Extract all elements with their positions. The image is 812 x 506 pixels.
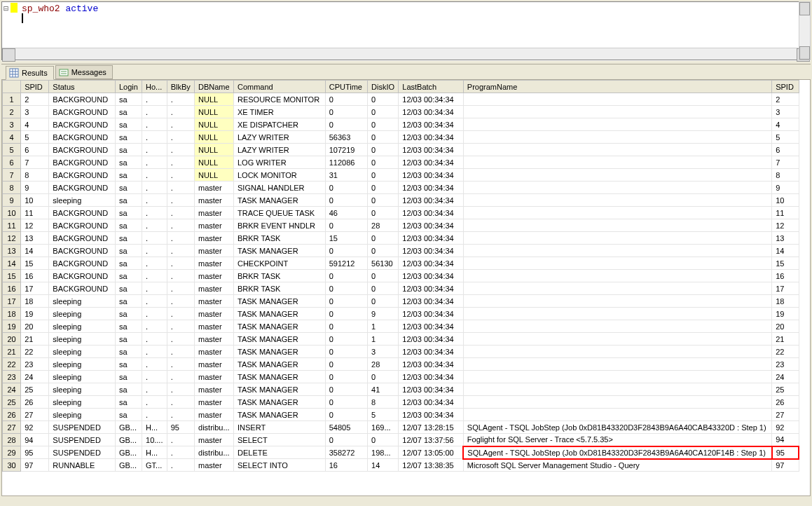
cell-lastbatch[interactable]: 12/03 00:34:34 bbox=[399, 106, 464, 118]
cell-hostname[interactable]: . bbox=[142, 245, 167, 257]
cell-blkby[interactable]: . bbox=[167, 358, 194, 371]
cell-dbname[interactable]: master bbox=[195, 219, 234, 232]
cell-login[interactable]: sa bbox=[115, 245, 142, 257]
cell-status[interactable]: BACKGROUND bbox=[49, 106, 116, 118]
cell-command[interactable]: SELECT INTO bbox=[233, 459, 325, 472]
cell-spid2[interactable]: 92 bbox=[772, 421, 799, 434]
cell-blkby[interactable]: . bbox=[167, 257, 194, 270]
cell-diskio[interactable]: 0 bbox=[368, 282, 399, 295]
cell-lastbatch[interactable]: 12/03 00:34:34 bbox=[399, 219, 464, 232]
cell-dbname[interactable]: master bbox=[195, 346, 234, 358]
cell-dbname[interactable]: master bbox=[195, 358, 234, 371]
cell-cputime[interactable]: 0 bbox=[325, 308, 367, 320]
cell-cputime[interactable]: 0 bbox=[325, 295, 367, 308]
cell-cputime[interactable]: 0 bbox=[325, 358, 367, 371]
cell-lastbatch[interactable]: 12/03 00:34:34 bbox=[399, 282, 464, 295]
cell-spid2[interactable]: 23 bbox=[772, 358, 799, 371]
cell-spid[interactable]: 15 bbox=[21, 257, 49, 270]
table-row[interactable]: 1314BACKGROUNDsa..masterTASK MANAGER0012… bbox=[3, 245, 799, 257]
cell-login[interactable]: sa bbox=[115, 270, 142, 282]
cell-dbname[interactable]: distribu... bbox=[195, 421, 234, 434]
table-row[interactable]: 2627sleepingsa..masterTASK MANAGER0512/0… bbox=[3, 409, 799, 421]
cell-dbname[interactable]: master bbox=[195, 383, 234, 396]
cell-lastbatch[interactable]: 12/03 00:34:34 bbox=[399, 358, 464, 371]
cell-status[interactable]: BACKGROUND bbox=[49, 270, 116, 282]
cell-cputime[interactable]: 0 bbox=[325, 333, 367, 346]
cell-blkby[interactable]: . bbox=[167, 182, 194, 194]
cell-status[interactable]: BACKGROUND bbox=[49, 156, 116, 169]
cell-lastbatch[interactable]: 12/03 00:34:34 bbox=[399, 308, 464, 320]
cell-dbname[interactable]: NULL bbox=[195, 169, 234, 182]
cell-hostname[interactable]: . bbox=[142, 346, 167, 358]
row-number[interactable]: 11 bbox=[3, 219, 21, 232]
cell-status[interactable]: SUSPENDED bbox=[49, 446, 116, 459]
row-number[interactable]: 24 bbox=[3, 383, 21, 396]
cell-status[interactable]: BACKGROUND bbox=[49, 245, 116, 257]
cell-hostname[interactable]: . bbox=[142, 383, 167, 396]
cell-command[interactable]: RESOURCE MONITOR bbox=[233, 93, 325, 106]
cell-login[interactable]: GB... bbox=[115, 459, 142, 472]
cell-status[interactable]: sleeping bbox=[49, 383, 116, 396]
cell-spid2[interactable]: 26 bbox=[772, 396, 799, 409]
cell-login[interactable]: GB... bbox=[115, 434, 142, 446]
cell-lastbatch[interactable]: 12/07 13:38:35 bbox=[399, 459, 464, 472]
cell-cputime[interactable]: 0 bbox=[325, 219, 367, 232]
cell-programname[interactable] bbox=[463, 383, 771, 396]
cell-diskio[interactable]: 5 bbox=[368, 409, 399, 421]
cell-spid[interactable]: 21 bbox=[21, 333, 49, 346]
cell-spid2[interactable]: 18 bbox=[772, 295, 799, 308]
cell-dbname[interactable]: master bbox=[195, 270, 234, 282]
cell-hostname[interactable]: H... bbox=[142, 421, 167, 434]
row-number[interactable]: 25 bbox=[3, 396, 21, 409]
cell-diskio[interactable]: 1 bbox=[368, 333, 399, 346]
table-row[interactable]: 2021sleepingsa..masterTASK MANAGER0112/0… bbox=[3, 333, 799, 346]
cell-lastbatch[interactable]: 12/07 13:05:00 bbox=[399, 446, 464, 459]
cell-dbname[interactable]: master bbox=[195, 232, 234, 245]
cell-diskio[interactable]: 0 bbox=[368, 194, 399, 207]
cell-blkby[interactable]: . bbox=[167, 320, 194, 333]
table-row[interactable]: 67BACKGROUNDsa..NULLLOG WRITER112086012/… bbox=[3, 156, 799, 169]
cell-lastbatch[interactable]: 12/07 13:28:15 bbox=[399, 421, 464, 434]
cell-programname[interactable] bbox=[463, 144, 771, 156]
cell-spid[interactable]: 13 bbox=[21, 232, 49, 245]
cell-status[interactable]: sleeping bbox=[49, 371, 116, 383]
cell-lastbatch[interactable]: 12/03 00:34:34 bbox=[399, 257, 464, 270]
cell-hostname[interactable]: . bbox=[142, 156, 167, 169]
row-number[interactable]: 2 bbox=[3, 106, 21, 118]
cell-login[interactable]: sa bbox=[115, 320, 142, 333]
row-number[interactable]: 4 bbox=[3, 131, 21, 144]
cell-blkby[interactable]: . bbox=[167, 383, 194, 396]
cell-cputime[interactable]: 46 bbox=[325, 207, 367, 219]
cell-hostname[interactable]: . bbox=[142, 207, 167, 219]
cell-lastbatch[interactable]: 12/03 00:34:34 bbox=[399, 118, 464, 131]
cell-hostname[interactable]: . bbox=[142, 396, 167, 409]
sql-editor[interactable]: ⊟ sp_who2 active bbox=[1, 1, 811, 60]
cell-diskio[interactable]: 0 bbox=[368, 93, 399, 106]
cell-blkby[interactable]: . bbox=[167, 156, 194, 169]
cell-lastbatch[interactable]: 12/03 00:34:34 bbox=[399, 320, 464, 333]
cell-spid2[interactable]: 19 bbox=[772, 308, 799, 320]
cell-programname[interactable] bbox=[463, 194, 771, 207]
cell-lastbatch[interactable]: 12/03 00:34:34 bbox=[399, 93, 464, 106]
cell-dbname[interactable]: master bbox=[195, 245, 234, 257]
column-header[interactable]: CPUTime bbox=[325, 81, 367, 93]
cell-diskio[interactable]: 28 bbox=[368, 219, 399, 232]
cell-spid2[interactable]: 25 bbox=[772, 383, 799, 396]
cell-hostname[interactable]: . bbox=[142, 333, 167, 346]
cell-login[interactable]: sa bbox=[115, 308, 142, 320]
cell-spid2[interactable]: 16 bbox=[772, 270, 799, 282]
column-header[interactable]: Command bbox=[233, 81, 325, 93]
cell-cputime[interactable]: 31 bbox=[325, 169, 367, 182]
cell-programname[interactable] bbox=[463, 371, 771, 383]
cell-command[interactable]: TASK MANAGER bbox=[233, 346, 325, 358]
cell-lastbatch[interactable]: 12/03 00:34:34 bbox=[399, 156, 464, 169]
cell-diskio[interactable]: 3 bbox=[368, 346, 399, 358]
row-number[interactable]: 18 bbox=[3, 308, 21, 320]
cell-command[interactable]: BRKR TASK bbox=[233, 282, 325, 295]
cell-diskio[interactable]: 0 bbox=[368, 371, 399, 383]
cell-spid[interactable]: 18 bbox=[21, 295, 49, 308]
column-header[interactable]: BlkBy bbox=[167, 81, 194, 93]
cell-lastbatch[interactable]: 12/03 00:34:34 bbox=[399, 144, 464, 156]
row-number[interactable]: 27 bbox=[3, 421, 21, 434]
table-row[interactable]: 2995SUSPENDEDGB...H....distribu...DELETE… bbox=[3, 446, 799, 459]
